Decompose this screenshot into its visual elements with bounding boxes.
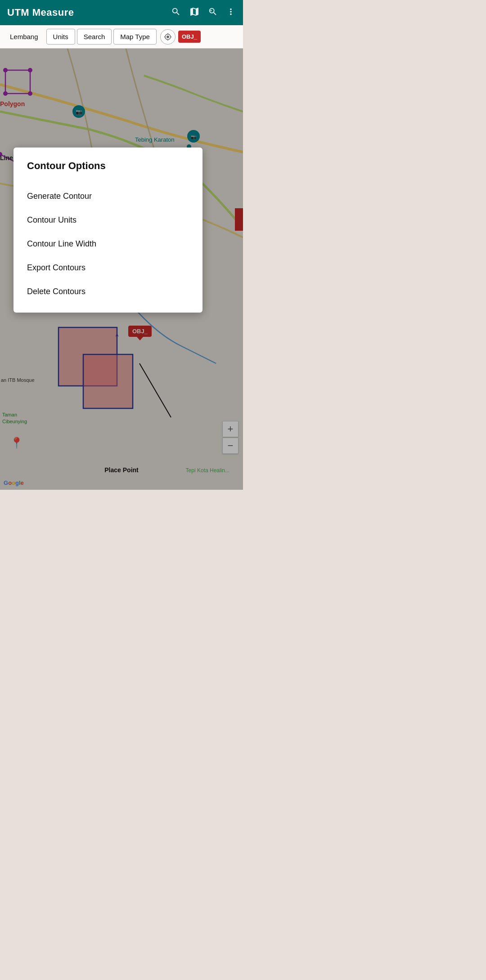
subtoolbar-search[interactable]: Search: [77, 29, 112, 45]
export-contours-button[interactable]: Export Contours: [27, 256, 189, 280]
map-area: 📷 📷 ^ 📍 Polygon Line Tebing Karaton Cime…: [0, 49, 243, 490]
delete-contours-button[interactable]: Delete Contours: [27, 280, 189, 304]
toolbar: UTM Measure: [0, 0, 243, 25]
map-icon[interactable]: [189, 6, 200, 19]
search-icon[interactable]: [171, 7, 181, 19]
subtoolbar-map-type[interactable]: Map Type: [113, 29, 157, 45]
more-icon[interactable]: [226, 7, 236, 19]
modal-title: Contour Options: [27, 160, 189, 172]
obj-badge: OBJ_: [178, 31, 201, 43]
generate-contour-button[interactable]: Generate Contour: [27, 184, 189, 208]
subtoolbar-units[interactable]: Units: [46, 29, 75, 45]
subtoolbar-lembang[interactable]: Lembang: [4, 29, 45, 44]
contour-line-width-button[interactable]: Contour Line Width: [27, 232, 189, 256]
subtoolbar: Lembang Units Search Map Type OBJ_: [0, 25, 243, 49]
zoom-in-icon[interactable]: [208, 7, 218, 19]
app-title: UTM Measure: [7, 7, 171, 18]
toolbar-icons: [171, 6, 236, 19]
contour-units-button[interactable]: Contour Units: [27, 208, 189, 232]
location-button[interactable]: [160, 29, 176, 45]
contour-options-modal: Contour Options Generate Contour Contour…: [14, 148, 202, 313]
